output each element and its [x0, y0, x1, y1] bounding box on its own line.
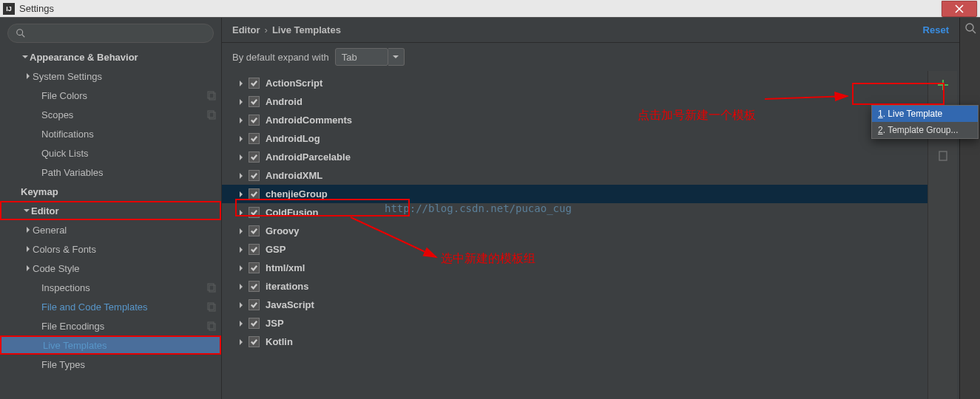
add-button[interactable]	[936, 78, 950, 92]
expand-with-row: By default expand with Tab	[222, 43, 959, 71]
template-group-row[interactable]: JavaScript	[222, 296, 927, 314]
template-checkbox[interactable]	[249, 78, 260, 89]
sidebar-item-appearance[interactable]: Appearance & Behavior	[0, 47, 221, 66]
template-group-row[interactable]: iterations	[222, 277, 927, 296]
expand-arrow-icon[interactable]	[237, 301, 246, 310]
template-group-row[interactable]: Android	[222, 92, 927, 111]
breadcrumb-sep: ›	[265, 24, 268, 35]
template-group-name: AndroidLog	[266, 133, 320, 144]
sidebar-item-quick-lists[interactable]: Quick Lists	[0, 143, 221, 163]
template-group-row[interactable]: Groovy	[222, 222, 927, 240]
window-title: Settings	[19, 3, 942, 14]
template-group-row[interactable]: JSP	[222, 314, 927, 332]
expand-arrow-icon[interactable]	[237, 338, 246, 347]
expand-arrow-icon[interactable]	[237, 153, 246, 162]
popup-item[interactable]: 1. Live Template	[872, 106, 978, 122]
template-group-row[interactable]: html/xml	[222, 259, 927, 277]
template-checkbox[interactable]	[249, 170, 260, 181]
sidebar-item-label: Live Templates	[43, 340, 215, 351]
sidebar-item-file-encodings[interactable]: File Encodings	[0, 316, 221, 335]
breadcrumb-editor[interactable]: Editor	[232, 24, 260, 35]
sidebar-item-file-code-templates[interactable]: File and Code Templates	[0, 297, 221, 316]
svg-rect-17	[939, 151, 947, 160]
template-group-name: iterations	[266, 281, 309, 292]
expand-select[interactable]: Tab	[335, 48, 388, 66]
template-group-name: AndroidComments	[266, 115, 352, 126]
scope-icon	[206, 109, 217, 120]
template-checkbox[interactable]	[249, 225, 260, 236]
sidebar-item-colors-fonts[interactable]: Colors & Fonts	[0, 239, 221, 259]
template-group-list[interactable]: ActionScriptAndroidAndroidCommentsAndroi…	[222, 71, 927, 399]
reset-link[interactable]: Reset	[923, 24, 949, 35]
expand-arrow-icon[interactable]	[237, 208, 246, 217]
sidebar-item-editor[interactable]: Editor	[0, 201, 221, 220]
svg-rect-3	[209, 93, 215, 100]
template-checkbox[interactable]	[249, 207, 260, 218]
popup-item[interactable]: 2. Template Group...	[872, 122, 978, 138]
expand-arrow-icon[interactable]	[237, 227, 246, 236]
svg-rect-5	[209, 112, 215, 119]
template-group-row[interactable]: AndroidParcelable	[222, 148, 927, 166]
template-checkbox[interactable]	[249, 299, 260, 310]
template-checkbox[interactable]	[249, 336, 260, 347]
template-checkbox[interactable]	[249, 115, 260, 126]
template-checkbox[interactable]	[249, 96, 260, 107]
sidebar-item-inspections[interactable]: Inspections	[0, 278, 221, 297]
search-input[interactable]	[7, 24, 214, 43]
svg-point-0	[17, 30, 23, 35]
template-group-row[interactable]: Kotlin	[222, 332, 927, 351]
template-checkbox[interactable]	[249, 281, 260, 292]
expand-arrow-icon	[24, 72, 33, 81]
template-group-row[interactable]: AndroidXML	[222, 166, 927, 185]
expand-arrow-icon[interactable]	[237, 171, 246, 180]
template-group-row[interactable]: chenjieGroup	[222, 185, 927, 203]
template-checkbox[interactable]	[249, 318, 260, 329]
template-group-name: Kotlin	[266, 336, 293, 347]
titlebar: IJ Settings	[0, 0, 980, 18]
scope-icon	[206, 321, 217, 331]
expand-arrow-icon[interactable]	[237, 116, 246, 125]
sidebar-item-keymap[interactable]: Keymap	[0, 182, 221, 201]
search-icon[interactable]	[964, 22, 976, 34]
sidebar-item-system-settings[interactable]: System Settings	[0, 66, 221, 86]
template-checkbox[interactable]	[249, 244, 260, 255]
expand-select-arrow[interactable]	[388, 48, 405, 66]
template-checkbox[interactable]	[249, 262, 260, 273]
expand-arrow-icon[interactable]	[237, 319, 246, 328]
sidebar-item-label: Colors & Fonts	[33, 244, 217, 255]
template-group-row[interactable]: ColdFusion	[222, 203, 927, 222]
expand-arrow-icon[interactable]	[237, 282, 246, 291]
sidebar-item-code-style[interactable]: Code Style	[0, 259, 221, 278]
sidebar-item-scopes[interactable]: Scopes	[0, 105, 221, 124]
svg-rect-7	[209, 285, 215, 292]
sidebar-item-label: System Settings	[33, 71, 217, 82]
duplicate-button[interactable]	[936, 149, 950, 163]
template-group-name: chenjieGroup	[266, 188, 328, 200]
expand-arrow-icon[interactable]	[237, 79, 246, 88]
sidebar-item-file-colors[interactable]: File Colors	[0, 86, 221, 105]
app-icon: IJ	[3, 3, 15, 15]
sidebar-item-notifications[interactable]: Notifications	[0, 124, 221, 143]
template-group-name: JSP	[266, 318, 284, 329]
template-checkbox[interactable]	[249, 151, 260, 163]
expand-arrow-icon[interactable]	[237, 245, 246, 254]
template-group-row[interactable]: ActionScript	[222, 74, 927, 92]
scope-icon	[206, 282, 217, 293]
template-checkbox[interactable]	[249, 188, 260, 200]
template-group-row[interactable]: GSP	[222, 240, 927, 259]
sidebar-item-path-variables[interactable]: Path Variables	[0, 163, 221, 182]
template-group-row[interactable]: AndroidComments	[222, 111, 927, 129]
svg-point-18	[966, 24, 973, 31]
sidebar-item-label: File Types	[41, 359, 217, 370]
template-checkbox[interactable]	[249, 133, 260, 144]
expand-arrow-icon[interactable]	[237, 264, 246, 273]
sidebar-item-label: Path Variables	[41, 167, 217, 178]
close-button[interactable]	[942, 1, 977, 17]
expand-arrow-icon[interactable]	[237, 134, 246, 143]
expand-arrow-icon[interactable]	[237, 98, 246, 106]
template-group-row[interactable]: AndroidLog	[222, 129, 927, 148]
expand-arrow-icon[interactable]	[237, 190, 246, 199]
sidebar-item-general[interactable]: General	[0, 220, 221, 239]
sidebar-item-live-templates[interactable]: Live Templates	[0, 335, 221, 355]
sidebar-item-file-types[interactable]: File Types	[0, 355, 221, 374]
